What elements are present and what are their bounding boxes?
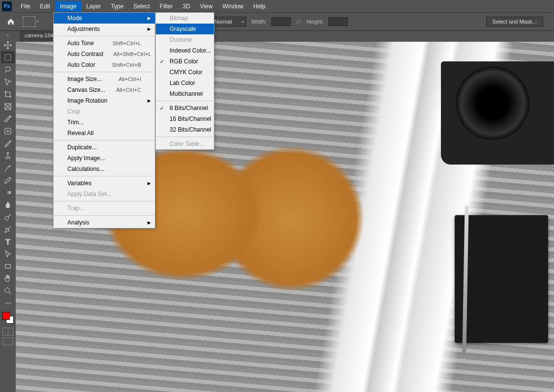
mode-item-multichannel[interactable]: Multichannel <box>156 88 214 99</box>
pen-tool[interactable] <box>1 223 15 235</box>
height-input[interactable] <box>328 17 348 26</box>
screen-mode-toggle[interactable] <box>2 337 13 345</box>
image-menu-item-canvas-size[interactable]: Canvas Size...Alt+Ctrl+C <box>54 84 155 95</box>
image-menu-item-auto-tone[interactable]: Auto ToneShift+Ctrl+L <box>54 38 155 49</box>
mode-item-duotone: Duotone <box>156 34 214 45</box>
mode-item-bitmap: Bitmap <box>156 13 214 24</box>
image-menu-item-variables[interactable]: Variables▶ <box>54 178 155 189</box>
tool-preset-picker[interactable] <box>23 16 35 27</box>
mode-item-16-bits-channel[interactable]: 16 Bits/Channel <box>156 113 214 124</box>
menu-image[interactable]: Image <box>55 1 81 12</box>
clone-tool[interactable] <box>1 149 15 162</box>
image-camera <box>441 61 554 165</box>
menu-filter[interactable]: Filter <box>155 1 178 12</box>
path-select-tool[interactable] <box>1 248 15 260</box>
eraser-tool[interactable] <box>1 174 15 186</box>
lasso-tool[interactable] <box>1 63 15 76</box>
image-menu-item-image-size[interactable]: Image Size...Alt+Ctrl+I <box>54 74 155 84</box>
image-menu-item-crop: Crop <box>54 106 155 117</box>
image-menu-item-trim[interactable]: Trim... <box>54 117 155 128</box>
rectangle-tool[interactable] <box>1 260 15 272</box>
mode-item-rgb-color[interactable]: ✓RGB Color <box>156 56 214 67</box>
toolbar: » <box>0 31 16 392</box>
image-menu-item-duplicate[interactable]: Duplicate... <box>54 142 155 153</box>
color-swatches[interactable] <box>1 311 15 325</box>
svg-rect-3 <box>5 191 11 194</box>
menu-select[interactable]: Select <box>128 1 154 12</box>
marquee-tool[interactable] <box>1 51 15 63</box>
menu-edit[interactable]: Edit <box>35 1 55 12</box>
mode-item-32-bits-channel[interactable]: 32 Bits/Channel <box>156 124 214 135</box>
mode-item-color-table: Color Table... <box>156 139 214 149</box>
mode-item-grayscale[interactable]: Grayscale <box>156 24 214 34</box>
foreground-swatch[interactable] <box>2 312 10 320</box>
dodge-tool[interactable] <box>1 211 15 223</box>
menu-file[interactable]: File <box>16 1 35 12</box>
menu-layer[interactable]: Layer <box>81 1 106 12</box>
quick-mask-toggle[interactable] <box>2 328 13 336</box>
svg-point-4 <box>5 216 9 220</box>
toolbar-collapse-icon[interactable]: » <box>0 33 16 39</box>
image-menu-item-analysis[interactable]: Analysis▶ <box>54 217 155 228</box>
image-notebook <box>455 215 548 343</box>
mode-item-cmyk-color[interactable]: CMYK Color <box>156 67 214 78</box>
image-menu-item-mode[interactable]: Mode▶ <box>54 13 155 24</box>
menu-3d[interactable]: 3D <box>177 1 195 12</box>
image-menu-item-trap: Trap... <box>54 203 155 214</box>
home-icon[interactable] <box>4 16 18 28</box>
mode-item-indexed-color[interactable]: Indexed Color... <box>156 45 214 56</box>
style-value: Normal <box>214 19 232 25</box>
image-menu-item-auto-color[interactable]: Auto ColorShift+Ctrl+B <box>54 59 155 70</box>
blur-tool[interactable] <box>1 198 15 211</box>
image-menu-item-calculations[interactable]: Calculations... <box>54 164 155 174</box>
style-dropdown[interactable]: Normal <box>212 17 246 27</box>
frame-tool[interactable] <box>1 100 15 112</box>
height-label: Height: <box>306 19 323 25</box>
crop-tool[interactable] <box>1 88 15 100</box>
image-menu-item-adjustments[interactable]: Adjustments▶ <box>54 24 155 34</box>
menu-window[interactable]: Window <box>218 1 249 12</box>
width-input[interactable] <box>271 17 291 26</box>
image-menu-item-image-rotation[interactable]: Image Rotation▶ <box>54 95 155 106</box>
width-label: Width: <box>251 19 266 25</box>
history-brush-tool[interactable] <box>1 162 15 174</box>
eyedropper-tool[interactable] <box>1 112 15 125</box>
edit-toolbar[interactable] <box>1 297 15 309</box>
image-menu-item-apply-image[interactable]: Apply Image... <box>54 153 155 164</box>
menu-view[interactable]: View <box>195 1 218 12</box>
svg-point-8 <box>7 302 8 303</box>
svg-rect-5 <box>5 264 11 268</box>
hand-tool[interactable] <box>1 272 15 284</box>
mode-item-8-bits-channel[interactable]: ✓8 Bits/Channel <box>156 103 214 113</box>
brush-tool[interactable] <box>1 137 15 149</box>
image-menu: Mode▶Adjustments▶Auto ToneShift+Ctrl+LAu… <box>53 12 155 228</box>
mode-item-lab-color[interactable]: Lab Color <box>156 78 214 88</box>
image-menu-item-reveal-all[interactable]: Reveal All <box>54 128 155 139</box>
menubar: Ps File Edit Image Layer Type Select Fil… <box>0 0 554 12</box>
svg-point-7 <box>5 302 6 303</box>
move-tool[interactable] <box>1 39 15 51</box>
swap-icon[interactable]: ⇄ <box>296 18 301 26</box>
menu-type[interactable]: Type <box>106 1 128 12</box>
app-logo: Ps <box>2 1 12 11</box>
menu-help[interactable]: Help <box>248 1 270 12</box>
svg-point-6 <box>5 288 9 292</box>
healing-tool[interactable] <box>1 125 15 137</box>
zoom-tool[interactable] <box>1 284 15 297</box>
quick-select-tool[interactable] <box>1 76 15 88</box>
select-and-mask-button[interactable]: Select and Mask... <box>486 17 544 27</box>
svg-point-9 <box>9 302 10 303</box>
svg-rect-0 <box>5 55 11 60</box>
mode-submenu: BitmapGrayscaleDuotoneIndexed Color...✓R… <box>155 12 214 150</box>
image-menu-item-apply-data-set: Apply Data Set... <box>54 189 155 199</box>
image-menu-item-auto-contrast[interactable]: Auto ContrastAlt+Shift+Ctrl+L <box>54 49 155 59</box>
gradient-tool[interactable] <box>1 186 15 198</box>
type-tool[interactable] <box>1 235 15 248</box>
